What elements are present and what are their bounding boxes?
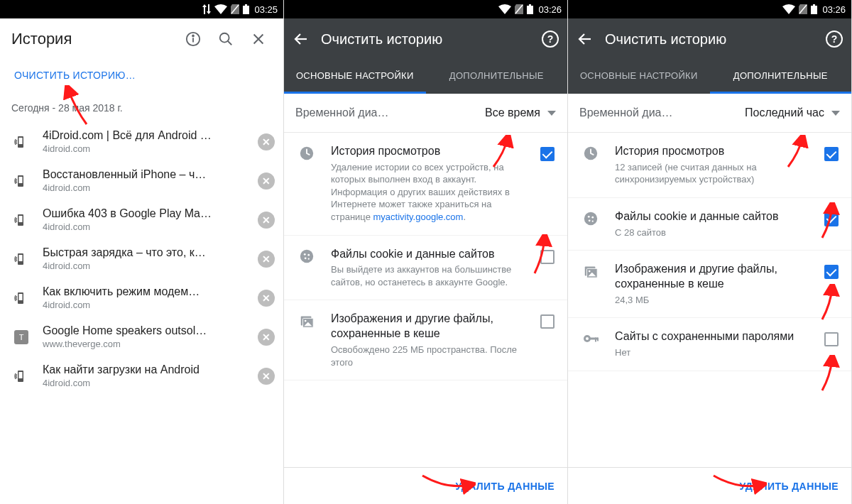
delete-item-icon[interactable]: ✕ xyxy=(258,212,275,229)
history-item[interactable]: Быстрая зарядка – что это, к…4idroid.com… xyxy=(0,239,283,278)
date-header: Сегодня - 28 мая 2018 г. xyxy=(0,91,283,122)
option-checkbox[interactable] xyxy=(540,250,555,264)
option-checkbox[interactable] xyxy=(824,212,839,226)
battery-icon xyxy=(243,4,249,14)
svg-rect-17 xyxy=(19,255,23,261)
history-title: Восстановленный iPhone – ч… xyxy=(43,168,246,181)
delete-item-icon[interactable]: ✕ xyxy=(258,133,275,150)
footer: УДАЛИТЬ ДАННЫЕ xyxy=(568,467,851,504)
svg-rect-24 xyxy=(529,4,531,6)
statusbar: 03:26 xyxy=(568,0,851,18)
clear-option[interactable]: Сайты с сохраненными паролямиНет xyxy=(568,318,851,371)
history-text: Быстрая зарядка – что это, к…4idroid.com xyxy=(43,246,246,271)
history-title: Как включить режим модем… xyxy=(43,285,246,298)
header-title: Очистить историю xyxy=(321,31,530,48)
tab-basic[interactable]: ОСНОВНЫЕ НАСТРОЙКИ xyxy=(284,60,426,94)
svg-point-29 xyxy=(307,253,310,256)
delete-item-icon[interactable]: ✕ xyxy=(258,368,275,385)
close-icon[interactable] xyxy=(245,26,272,53)
page-title: История xyxy=(11,30,174,48)
tab-basic[interactable]: ОСНОВНЫЕ НАСТРОЙКИ xyxy=(568,60,710,94)
clear-option[interactable]: Файлы cookie и данные сайтовС 28 сайтов xyxy=(568,198,851,251)
history-item[interactable]: 4iDroid.com | Всё для Android …4idroid.c… xyxy=(0,122,283,161)
svg-point-28 xyxy=(304,253,306,255)
tabs: ОСНОВНЫЕ НАСТРОЙКИ ДОПОЛНИТЕЛЬНЫЕ xyxy=(568,60,851,94)
svg-rect-21 xyxy=(19,372,23,378)
info-icon[interactable] xyxy=(180,26,207,53)
screen-history: 03:25 История ОЧИСТИТЬ ИСТОРИЮ… Сегодня … xyxy=(0,0,284,504)
tab-advanced[interactable]: ДОПОЛНИТЕЛЬНЫЕ xyxy=(710,60,852,94)
history-domain: 4idroid.com xyxy=(43,182,246,193)
svg-rect-50 xyxy=(590,338,598,340)
clear-option[interactable]: История просмотровУдаление истории со вс… xyxy=(284,133,567,236)
header-title: Очистить историю xyxy=(605,31,814,48)
option-checkbox[interactable] xyxy=(824,265,839,279)
clear-history-link[interactable]: ОЧИСТИТЬ ИСТОРИЮ… xyxy=(0,60,283,91)
svg-rect-51 xyxy=(595,338,596,342)
favicon xyxy=(11,366,31,386)
history-title: Как найти загрузки на Android xyxy=(43,363,246,376)
clock-icon xyxy=(294,144,320,224)
delete-item-icon[interactable]: ✕ xyxy=(258,329,275,346)
options-list: История просмотровУдаление истории со вс… xyxy=(284,133,567,467)
option-title: История просмотров xyxy=(331,144,529,159)
history-item[interactable]: TGoogle Home speakers outsol…www.theverg… xyxy=(0,317,283,356)
option-checkbox[interactable] xyxy=(824,147,839,161)
delete-item-icon[interactable]: ✕ xyxy=(258,251,275,268)
svg-point-6 xyxy=(220,33,229,43)
clear-option[interactable]: Файлы cookie и данные сайтовВы выйдете и… xyxy=(284,236,567,301)
history-item[interactable]: Ошибка 403 в Google Play Ma…4idroid.com✕ xyxy=(0,200,283,239)
tab-advanced[interactable]: ДОПОЛНИТЕЛЬНЫЕ xyxy=(426,60,568,94)
option-subtitle: Удаление истории со всех устройств, на к… xyxy=(331,161,529,224)
search-icon[interactable] xyxy=(212,26,239,53)
option-checkbox[interactable] xyxy=(540,314,555,329)
clear-option[interactable]: История просмотров12 записей (не считая … xyxy=(568,133,851,198)
delete-item-icon[interactable]: ✕ xyxy=(258,290,275,307)
delete-data-button[interactable]: УДАЛИТЬ ДАННЫЕ xyxy=(455,481,555,492)
clear-option[interactable]: Изображения и другие файлы, сохраненные … xyxy=(284,300,567,380)
svg-point-42 xyxy=(591,217,594,219)
battery-icon xyxy=(527,4,533,14)
range-value: Все время xyxy=(485,106,540,119)
cookie-icon xyxy=(578,209,604,239)
option-subtitle: 24,3 МБ xyxy=(615,294,813,307)
option-title: Файлы cookie и данные сайтов xyxy=(331,247,529,262)
svg-point-5 xyxy=(192,35,194,37)
back-icon[interactable] xyxy=(577,31,594,48)
favicon xyxy=(11,132,31,152)
status-time: 03:25 xyxy=(254,4,278,15)
svg-rect-2 xyxy=(245,4,247,6)
option-subtitle: 12 записей (не считая данных на синхрони… xyxy=(615,161,813,186)
svg-point-44 xyxy=(592,220,594,221)
delete-item-icon[interactable]: ✕ xyxy=(258,172,275,190)
clear-option[interactable]: Изображения и другие файлы, сохраненные … xyxy=(568,251,851,318)
options-list: История просмотров12 записей (не считая … xyxy=(568,133,851,467)
favicon: T xyxy=(11,327,31,347)
time-range-row[interactable]: Временной диа… Последний час xyxy=(568,94,851,133)
svg-point-43 xyxy=(589,219,591,221)
clear-header: Очистить историю ? xyxy=(284,18,567,60)
back-icon[interactable] xyxy=(293,31,310,48)
help-icon[interactable]: ? xyxy=(826,31,843,48)
history-text: Восстановленный iPhone – ч…4idroid.com xyxy=(43,168,246,193)
history-item[interactable]: Как найти загрузки на Android4idroid.com… xyxy=(0,356,283,395)
status-time: 03:26 xyxy=(822,4,846,15)
cookie-icon xyxy=(294,247,320,289)
help-icon[interactable]: ? xyxy=(542,31,559,48)
history-title: Google Home speakers outsol… xyxy=(43,324,246,337)
favicon xyxy=(11,249,31,269)
history-item[interactable]: Восстановленный iPhone – ч…4idroid.com✕ xyxy=(0,161,283,200)
svg-rect-23 xyxy=(527,6,533,14)
delete-data-button[interactable]: УДАЛИТЬ ДАННЫЕ xyxy=(739,481,839,492)
history-list: 4iDroid.com | Всё для Android …4idroid.c… xyxy=(0,122,283,504)
status-time: 03:26 xyxy=(538,4,562,15)
option-checkbox[interactable] xyxy=(824,332,839,346)
time-range-row[interactable]: Временной диа… Все время xyxy=(284,94,567,133)
history-item[interactable]: Как включить режим модем…4idroid.com✕ xyxy=(0,278,283,317)
image-icon xyxy=(578,262,604,306)
range-label: Временной диа… xyxy=(295,106,485,119)
option-subtitle: Вы выйдете из аккаунтов на большинстве с… xyxy=(331,263,529,288)
key-icon xyxy=(578,329,604,358)
option-checkbox[interactable] xyxy=(540,147,555,161)
svg-rect-13 xyxy=(19,177,23,183)
